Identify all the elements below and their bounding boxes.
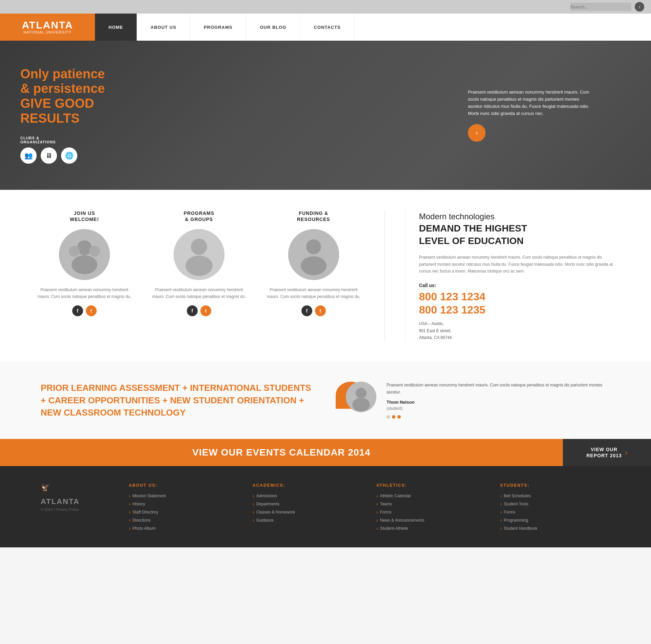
search-input[interactable] (570, 3, 631, 11)
footer-classes[interactable]: Classes & Homework (253, 509, 363, 515)
footer-copyright: © 2014 | Privacy Policy (41, 507, 115, 511)
footer-history[interactable]: History (129, 501, 239, 507)
cta-secondary[interactable]: VIEW OURREPORT 2013 › (563, 439, 651, 466)
footer-forms-students[interactable]: Forms (500, 509, 610, 515)
nav-about[interactable]: ABOUT US (137, 14, 190, 41)
footer-about-title: ABOUT US: (129, 483, 239, 488)
footer-programming[interactable]: Programming (500, 518, 610, 523)
svg-point-7 (185, 256, 213, 276)
hero-clubs: CLUBS &ORGANIZATIONS 👥 🖥 🌐 (20, 136, 149, 164)
footer-guidance[interactable]: Guidance (253, 518, 363, 523)
logo-brand: ATLANTA (22, 20, 73, 30)
facebook-icon-2[interactable]: f (187, 305, 198, 316)
card-programs-image (174, 229, 224, 280)
dot-1[interactable] (387, 415, 390, 419)
facebook-icon-3[interactable]: f (301, 305, 312, 316)
card-programs: PROGRAMS& GROUPS Praesent vestibulum aen… (149, 210, 250, 316)
footer-teams[interactable]: Teams (376, 501, 487, 507)
card-funding-image (288, 229, 339, 280)
card-programs-svg (174, 229, 224, 280)
footer-news[interactable]: News & Announcements (376, 518, 487, 523)
card-join-text: Praesent vestibulum aenean nonummy hendr… (34, 287, 135, 300)
footer-directions[interactable]: Directions (129, 518, 239, 523)
footer-col-students: STUDENTS: Bell Schedules Student Tools F… (500, 483, 610, 534)
section-right-text: Praesent vestibulum aenean nonummy hendr… (419, 254, 617, 275)
logo-sub: NATIONAL UNIVERSITY (23, 30, 72, 34)
logo[interactable]: ATLANTA NATIONAL UNIVERSITY (0, 14, 95, 41)
svg-point-9 (306, 239, 321, 254)
footer-athletic-calendar[interactable]: Athletic Calendar (376, 493, 487, 499)
top-bar: › (0, 0, 651, 14)
twitter-icon-2[interactable]: t (200, 305, 211, 316)
cta-main[interactable]: VIEW OUR EVENTS CALENDAR 2014 (0, 439, 563, 466)
footer-staff-directory[interactable]: Staff Directory (129, 509, 239, 515)
footer-mission[interactable]: Mission Statement (129, 493, 239, 499)
svg-point-4 (89, 246, 100, 257)
svg-point-3 (69, 246, 80, 257)
footer-athletics-title: ATHLETICS: (376, 483, 487, 488)
facebook-icon-1[interactable]: f (72, 305, 83, 316)
footer-forms-athletics[interactable]: Forms (376, 509, 487, 515)
clubs-label: CLUBS &ORGANIZATIONS (20, 136, 149, 144)
hero-section: Only patience & persistence GIVE GOOD RE… (0, 41, 651, 190)
testimonial-name: Thom Nelson (student) (387, 399, 610, 411)
footer-bell-schedules[interactable]: Bell Schedules (500, 493, 610, 499)
cta-secondary-text: VIEW OURREPORT 2013 (586, 446, 622, 459)
dot-3[interactable] (397, 415, 401, 419)
cta-main-text: VIEW OUR EVENTS CALENDAR 2014 (192, 447, 370, 458)
card-programs-socials: f t (187, 305, 211, 316)
footer-departments[interactable]: Departments (253, 501, 363, 507)
card-funding-svg (288, 229, 339, 280)
footer-academics-title: ACADEMICS: (253, 483, 363, 488)
card-funding-text: Praesent vestibulum aenean nonummy hendr… (263, 287, 364, 300)
hero-description: Praesent vestibulum aenean nonummy hendr… (468, 89, 590, 117)
nav-programs[interactable]: PROGRAMS (190, 14, 246, 41)
svg-point-2 (72, 255, 97, 274)
phone-number-1: 800 123 1234 (419, 290, 617, 303)
footer: 🦅 ATLANTA © 2014 | Privacy Policy ABOUT … (0, 466, 651, 547)
card-join-socials: f t (72, 305, 97, 316)
club-icon-globe[interactable]: 🌐 (61, 147, 77, 164)
twitter-icon-3[interactable]: t (315, 305, 326, 316)
card-funding-title: FUNDING &RESOURCES (297, 210, 330, 222)
svg-point-13 (352, 398, 370, 411)
section-right-title: Modern technologies DEMAND THE HIGHEST L… (419, 210, 617, 247)
hero-arrow-button[interactable]: › (468, 124, 486, 142)
footer-photo-album[interactable]: Photo Album (129, 526, 239, 531)
footer-student-handbook[interactable]: Student Handbook (500, 526, 610, 531)
avatar-svg (346, 382, 376, 412)
footer-col-athletics: ATHLETICS: Athletic Calendar Teams Forms… (376, 483, 487, 534)
main-content-section: JOIN USWELCOME! Praesent vestibulum aene… (0, 190, 651, 361)
testimonial-avatar (346, 382, 376, 412)
phone-number-2: 800 123 1235 (419, 303, 617, 316)
nav-contacts[interactable]: CONTACTS (300, 14, 355, 41)
club-icon-monitor[interactable]: 🖥 (41, 147, 57, 164)
footer-student-athlete[interactable]: Student-Athlete (376, 526, 487, 531)
footer-admissions[interactable]: Admissions (253, 493, 363, 499)
dot-2[interactable] (392, 415, 395, 419)
nav-home[interactable]: HOME (95, 14, 137, 41)
card-join-title: JOIN USWELCOME! (70, 210, 99, 222)
footer-students-title: STUDENTS: (500, 483, 610, 488)
card-join: JOIN USWELCOME! Praesent vestibulum aene… (34, 210, 135, 316)
hero-left: Only patience & persistence GIVE GOOD RE… (20, 67, 149, 164)
svg-point-12 (356, 388, 367, 399)
footer-student-tools[interactable]: Student Tools (500, 501, 610, 507)
call-label: Call us: (419, 283, 617, 288)
card-programs-text: Praesent vestibulum aenean nonummy hendr… (149, 287, 250, 300)
section-divider (384, 210, 385, 341)
footer-col-about: ABOUT US: Mission Statement History Staf… (129, 483, 239, 534)
twitter-icon-1[interactable]: t (86, 305, 97, 316)
card-join-image (59, 229, 110, 280)
testimonial-text: Praesent vestibulum aenean nonummy hendr… (387, 382, 610, 396)
address: USA – Austin,901 East E street,Atlanta, … (419, 320, 617, 341)
marquee-title: PRIOR LEARNING ASSESSMENT + INTERNATIONA… (41, 382, 315, 419)
nav-blog[interactable]: OUR BLOG (246, 14, 300, 41)
cards-container: JOIN USWELCOME! Praesent vestibulum aene… (34, 210, 364, 316)
club-icon-people[interactable]: 👥 (20, 147, 37, 164)
search-button[interactable]: › (635, 2, 644, 12)
main-nav: HOME ABOUT US PROGRAMS OUR BLOG CONTACTS (95, 14, 651, 41)
card-programs-title: PROGRAMS& GROUPS (184, 210, 214, 222)
svg-point-6 (191, 239, 207, 255)
header: ATLANTA NATIONAL UNIVERSITY HOME ABOUT U… (0, 14, 651, 41)
